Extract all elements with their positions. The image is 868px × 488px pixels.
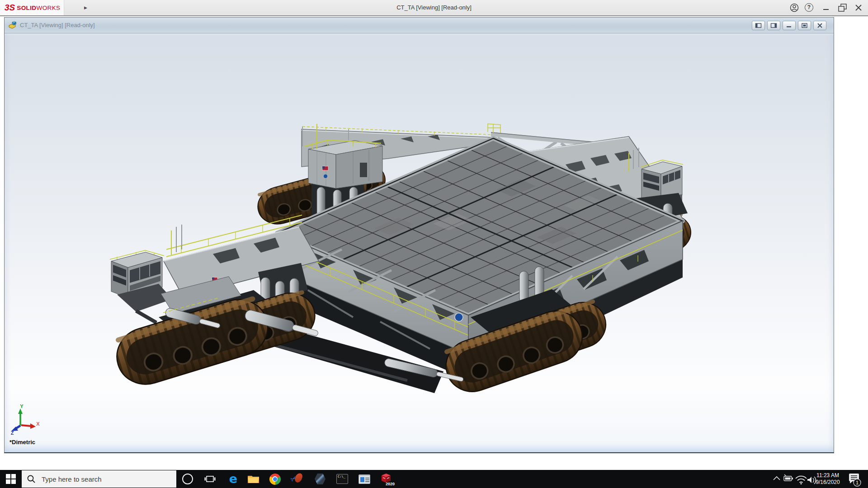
- notification-count: 1: [856, 480, 859, 485]
- taskbar-item-solidworks-2020[interactable]: 2020: [376, 470, 398, 488]
- command-prompt-icon: C:\_: [336, 474, 348, 484]
- clock[interactable]: 11:23 AM 9/16/2020: [815, 472, 841, 486]
- tray-time: 11:23 AM: [815, 472, 841, 479]
- triad-z-label: Z: [11, 430, 14, 436]
- nasa-roundel-decal: [455, 313, 463, 321]
- document-titlebar[interactable]: CT_TA [Viewing] [Read-only]: [5, 18, 834, 33]
- tray-date: 9/16/2020: [815, 479, 841, 486]
- help-icon[interactable]: ?: [805, 3, 813, 12]
- doc-minimize-button[interactable]: [783, 21, 796, 30]
- triad-y-label: Y: [20, 404, 24, 409]
- taskbar-item-edge[interactable]: e: [222, 470, 244, 488]
- action-center-icon[interactable]: 1: [849, 474, 861, 486]
- account-icon[interactable]: [790, 3, 799, 12]
- document-window: CT_TA [Viewing] [Read-only]: [4, 17, 834, 453]
- start-button[interactable]: [0, 470, 22, 488]
- solidworks-part-icon: [9, 21, 17, 31]
- deck-corner-scaffold: [488, 124, 500, 133]
- wifi-icon[interactable]: [796, 476, 807, 485]
- taskbar-item-file-explorer[interactable]: [242, 470, 264, 488]
- cortana-icon: [182, 474, 193, 484]
- document-title: CT_TA [Viewing] [Read-only]: [20, 18, 95, 33]
- view-orientation-label: *Dimetric: [9, 439, 35, 446]
- task-view-icon: [204, 474, 216, 483]
- taskbar-item-task-view[interactable]: [199, 470, 221, 488]
- hexagon-app-icon: [315, 473, 326, 485]
- graphics-viewport[interactable]: Y X Z *Dimetric: [5, 33, 834, 452]
- window-title: CT_TA [Viewing] [Read-only]: [0, 0, 868, 15]
- doc-restore-button[interactable]: [798, 21, 811, 30]
- hidden-icons-chevron-icon[interactable]: [774, 477, 780, 480]
- taskbar-item-cortana[interactable]: [177, 470, 198, 488]
- taskbar-item-command-prompt[interactable]: C:\_: [331, 470, 353, 488]
- snipping-tool-icon: ✂: [291, 473, 304, 485]
- windows-logo-icon: [6, 474, 16, 484]
- close-button[interactable]: [855, 4, 862, 11]
- battery-icon[interactable]: [784, 474, 793, 481]
- orientation-triad: Y X Z: [11, 404, 40, 436]
- search-placeholder: Type here to search: [42, 475, 102, 483]
- chrome-icon: [269, 474, 281, 485]
- system-window-icon: [359, 474, 370, 484]
- nasa-roundel-decal: [324, 174, 327, 178]
- minimize-button[interactable]: [823, 5, 829, 11]
- restore-button[interactable]: [838, 3, 848, 12]
- taskbar-item-hexagon-cad-app[interactable]: [309, 470, 331, 488]
- front-left-cab: [110, 250, 172, 323]
- triad-x-label: X: [36, 421, 40, 427]
- taskbar-item-snipping-tool[interactable]: ✂: [287, 470, 308, 488]
- tile-left-button[interactable]: [752, 21, 765, 30]
- taskbar-item-chrome[interactable]: [264, 470, 286, 488]
- search-input[interactable]: Type here to search: [22, 470, 176, 488]
- app-titlebar: 3S SOLIDWORKS ▶ CT_TA [Viewing] [Read-on…: [0, 0, 868, 16]
- tile-right-button[interactable]: [767, 21, 780, 30]
- taskbar: Type here to search e ✂ C:\_: [0, 470, 868, 488]
- doc-close-button[interactable]: [813, 21, 826, 30]
- file-explorer-icon: [247, 474, 259, 484]
- crawler-transporter-model: Y X Z: [5, 33, 834, 452]
- taskbar-item-system-window-app[interactable]: [354, 470, 375, 488]
- search-icon: [27, 474, 36, 483]
- edge-icon: e: [229, 473, 237, 485]
- solidworks-2020-icon: 2020: [380, 472, 394, 486]
